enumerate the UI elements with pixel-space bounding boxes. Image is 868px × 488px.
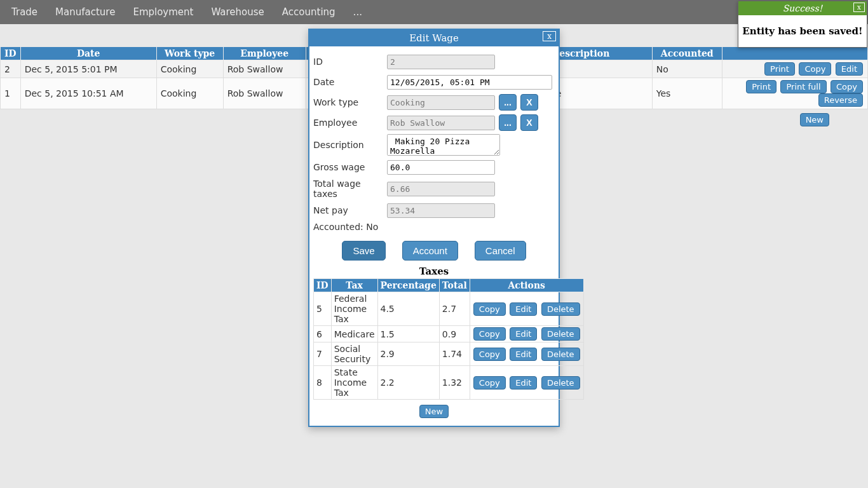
- work-type-field: [387, 95, 495, 110]
- gross-wage-label: Gross wage: [313, 162, 387, 172]
- accounted-text: Accounted: No: [313, 222, 555, 232]
- menu-trade[interactable]: Trade: [3, 1, 46, 23]
- work-type-lookup-button[interactable]: ...: [499, 94, 517, 111]
- cell-accounted: Yes: [652, 78, 722, 109]
- tax-cell-total: 0.9: [439, 326, 470, 342]
- close-icon[interactable]: x: [543, 31, 556, 41]
- print-button[interactable]: Print: [764, 62, 795, 76]
- cell-date: Dec 5, 2015 10:51 AM: [20, 78, 156, 109]
- description-label: Description: [313, 140, 387, 150]
- tax-cell-actions: Copy Edit Delete: [470, 292, 583, 326]
- tax-col-id[interactable]: ID: [314, 279, 332, 292]
- col-actions: [722, 47, 867, 60]
- tax-cell-total: 1.74: [439, 342, 470, 366]
- dialog-body: ID Date Work type ... X Employee ... X D…: [309, 46, 559, 426]
- tax-copy-button[interactable]: Copy: [473, 327, 506, 341]
- col-accounted[interactable]: Accounted: [652, 47, 722, 60]
- new-wage-button[interactable]: New: [800, 113, 829, 126]
- menu-more[interactable]: ...: [344, 1, 371, 23]
- cell-work-type: Cooking: [156, 60, 223, 78]
- tax-cell-id: 5: [314, 292, 332, 326]
- id-field: [387, 55, 495, 69]
- cell-id: 2: [1, 60, 21, 78]
- tax-edit-button[interactable]: Edit: [510, 327, 537, 341]
- work-type-clear-button[interactable]: X: [520, 94, 538, 111]
- menu-manufacture[interactable]: Manufacture: [46, 1, 124, 23]
- cell-actions: Print Print full Copy Reverse: [722, 78, 867, 109]
- tax-copy-button[interactable]: Copy: [473, 376, 506, 390]
- tax-copy-button[interactable]: Copy: [473, 348, 506, 361]
- tax-cell-percentage: 4.5: [377, 292, 439, 326]
- copy-button[interactable]: Copy: [799, 62, 831, 76]
- tax-cell-id: 6: [314, 326, 332, 342]
- tax-delete-button[interactable]: Delete: [541, 327, 580, 341]
- copy-button[interactable]: Copy: [831, 80, 863, 93]
- dialog-titlebar[interactable]: Edit Wage x: [309, 30, 559, 46]
- reverse-button[interactable]: Reverse: [818, 93, 863, 107]
- dialog-title: Edit Wage: [409, 32, 459, 44]
- tax-row: 8State Income Tax2.21.32Copy Edit Delete: [314, 366, 584, 400]
- tax-row: 5Federal Income Tax4.52.7Copy Edit Delet…: [314, 292, 584, 326]
- cell-employee: Rob Swallow: [223, 60, 306, 78]
- tax-col-percentage[interactable]: Percentage: [377, 279, 439, 292]
- tax-cell-id: 7: [314, 342, 332, 366]
- toast-titlebar: Success! x: [738, 1, 867, 15]
- tax-cell-percentage: 2.2: [377, 366, 439, 400]
- tax-cell-name: State Income Tax: [331, 366, 377, 400]
- tax-delete-button[interactable]: Delete: [541, 376, 580, 390]
- tax-edit-button[interactable]: Edit: [510, 302, 537, 316]
- col-work-type[interactable]: Work type: [156, 47, 223, 60]
- employee-lookup-button[interactable]: ...: [499, 114, 517, 131]
- tax-edit-button[interactable]: Edit: [510, 376, 537, 390]
- tax-delete-button[interactable]: Delete: [541, 302, 580, 316]
- menu-accounting[interactable]: Accounting: [273, 1, 344, 23]
- tax-cell-name: Social Security: [331, 342, 377, 366]
- edit-wage-dialog: Edit Wage x ID Date Work type ... X Empl…: [308, 29, 560, 427]
- toast-close-icon[interactable]: x: [853, 3, 865, 12]
- edit-button[interactable]: Edit: [836, 62, 863, 76]
- tax-col-total[interactable]: Total: [439, 279, 470, 292]
- tax-cell-actions: Copy Edit Delete: [470, 342, 583, 366]
- tax-row: 7Social Security2.91.74Copy Edit Delete: [314, 342, 584, 366]
- save-button[interactable]: Save: [342, 241, 385, 261]
- tax-cell-name: Federal Income Tax: [331, 292, 377, 326]
- tax-col-tax[interactable]: Tax: [331, 279, 377, 292]
- account-button[interactable]: Account: [402, 241, 458, 261]
- net-pay-label: Net pay: [313, 205, 387, 215]
- new-tax-button[interactable]: New: [419, 405, 449, 418]
- menu-employment[interactable]: Employment: [124, 1, 202, 23]
- col-employee[interactable]: Employee: [223, 47, 306, 60]
- tax-copy-button[interactable]: Copy: [473, 302, 506, 316]
- col-date[interactable]: Date: [20, 47, 156, 60]
- date-field[interactable]: [387, 75, 552, 90]
- employee-clear-button[interactable]: X: [520, 114, 538, 131]
- tax-cell-actions: Copy Edit Delete: [470, 326, 583, 342]
- print-button[interactable]: Print: [746, 80, 776, 93]
- toast-message: Entity has been saved!: [738, 15, 867, 47]
- tax-cell-total: 2.7: [439, 292, 470, 326]
- cell-work-type: Cooking: [156, 78, 223, 109]
- employee-label: Employee: [313, 118, 387, 128]
- net-pay-field: [387, 203, 495, 218]
- total-taxes-field: [387, 182, 495, 196]
- tax-delete-button[interactable]: Delete: [541, 348, 580, 361]
- total-taxes-label: Total wage taxes: [313, 179, 387, 199]
- employee-field: [387, 116, 495, 130]
- taxes-heading: Taxes: [313, 266, 555, 277]
- id-label: ID: [313, 57, 387, 67]
- print-full-button[interactable]: Print full: [780, 80, 826, 93]
- cell-date: Dec 5, 2015 5:01 PM: [20, 60, 156, 78]
- date-label: Date: [313, 77, 387, 87]
- menu-warehouse[interactable]: Warehouse: [202, 1, 273, 23]
- success-toast: Success! x Entity has been saved!: [738, 1, 867, 48]
- gross-wage-field[interactable]: [387, 160, 495, 175]
- cell-actions: Print Copy Edit: [722, 60, 867, 78]
- tax-row: 6Medicare1.50.9Copy Edit Delete: [314, 326, 584, 342]
- cell-employee: Rob Swallow: [223, 78, 306, 109]
- tax-cell-percentage: 2.9: [377, 342, 439, 366]
- cell-accounted: No: [652, 60, 722, 78]
- col-id[interactable]: ID: [1, 47, 21, 60]
- cancel-button[interactable]: Cancel: [475, 241, 526, 261]
- tax-edit-button[interactable]: Edit: [510, 348, 537, 361]
- description-field[interactable]: Making 20 Pizza Mozarella: [387, 134, 500, 156]
